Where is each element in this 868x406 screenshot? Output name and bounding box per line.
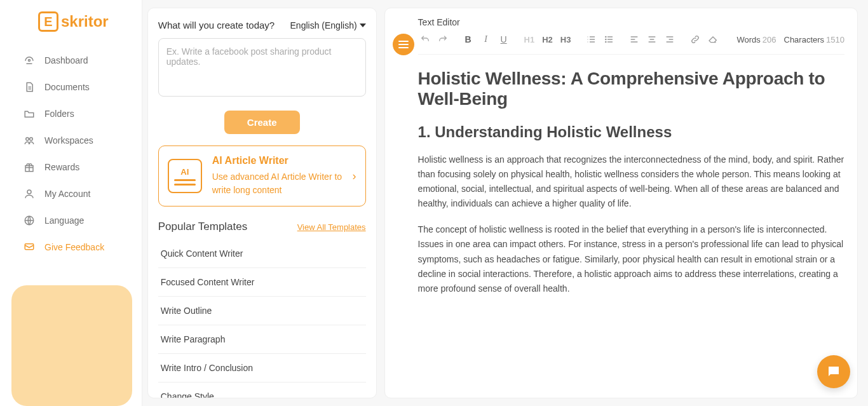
ai-writer-icon: AI [168, 159, 202, 193]
feedback-icon [23, 241, 36, 253]
sidebar-item-label: Rewards [44, 162, 79, 172]
template-item[interactable]: Quick Content Writer [158, 240, 366, 268]
template-item[interactable]: Write Paragraph [158, 325, 366, 354]
svg-point-1 [30, 138, 33, 141]
create-button[interactable]: Create [224, 111, 300, 134]
h2-button[interactable]: H2 [540, 32, 555, 46]
template-item[interactable]: Change Style [158, 382, 366, 398]
sidebar-item-label: Workspaces [44, 135, 93, 145]
chars-value: 1510 [826, 35, 844, 44]
document-title[interactable]: Holistic Wellness: A Comprehensive Appro… [418, 69, 844, 109]
bold-button[interactable]: B [461, 32, 475, 46]
language-value: English (English) [290, 20, 357, 30]
bullet-list-button[interactable] [602, 32, 616, 46]
sidebar-item-my-account[interactable]: My Account [0, 180, 142, 207]
document-paragraph[interactable]: Holistic wellness is an approach that re… [418, 152, 844, 211]
caret-down-icon [360, 24, 366, 27]
align-center-button[interactable] [645, 32, 659, 46]
words-label: Words [736, 35, 760, 44]
gift-icon [23, 161, 36, 173]
chars-label: Characters [784, 35, 825, 44]
document-icon [23, 81, 36, 93]
editor-menu-button[interactable] [393, 34, 414, 55]
svg-point-6 [606, 36, 606, 37]
ai-writer-desc: Use advanced AI Article Writer to write … [212, 170, 342, 197]
create-panel: What will you create today? English (Eng… [147, 8, 377, 398]
sidebar-item-label: Language [44, 215, 84, 226]
link-button[interactable] [688, 32, 702, 46]
sidebar-item-workspaces[interactable]: Workspaces [0, 127, 142, 154]
menu-icon [398, 41, 409, 48]
editor-panel: Text Editor B I U H1 H2 H3 [384, 8, 858, 398]
language-select[interactable]: English (English) [290, 20, 366, 30]
editor-toolbar: B I U H1 H2 H3 [418, 32, 844, 55]
align-left-button[interactable] [627, 32, 641, 46]
brand-mark: E [38, 11, 58, 32]
popular-templates-title: Popular Templates [158, 220, 248, 233]
view-all-templates-link[interactable]: View All Templates [297, 222, 366, 232]
word-char-counts: Words206 Characters1510 [736, 35, 844, 44]
svg-point-3 [27, 190, 31, 194]
ai-article-writer-card[interactable]: AI AI Article Writer Use advanced AI Art… [158, 145, 366, 206]
svg-point-8 [606, 41, 606, 42]
h3-button[interactable]: H3 [559, 32, 573, 46]
sidebar-item-folders[interactable]: Folders [0, 100, 142, 127]
h1-button[interactable]: H1 [522, 32, 537, 46]
sidebar-item-language[interactable]: Language [0, 207, 142, 234]
sidebar-item-label: Documents [44, 82, 90, 92]
align-right-button[interactable] [663, 32, 677, 46]
gauge-icon [23, 55, 36, 66]
template-list: Quick Content Writer Focused Content Wri… [158, 240, 366, 398]
template-item[interactable]: Write Outline [158, 297, 366, 325]
sidebar-item-label: Dashboard [44, 55, 88, 65]
sidebar-decoration [11, 285, 132, 406]
editor-label: Text Editor [418, 17, 844, 27]
folder-icon [23, 108, 36, 119]
sidebar-item-give-feedback[interactable]: Give Feedback [0, 234, 142, 261]
sidebar-item-label: Folders [44, 109, 74, 119]
sidebar-item-label: My Account [44, 189, 90, 199]
italic-button[interactable]: I [479, 32, 493, 46]
sidebar-nav: Dashboard Documents Folders Workspaces R… [0, 47, 142, 261]
globe-icon [23, 215, 36, 226]
sidebar: E skritor Dashboard Documents Folders W [0, 0, 142, 406]
sidebar-item-rewards[interactable]: Rewards [0, 154, 142, 180]
prompt-label: What will you create today? [158, 20, 275, 30]
words-value: 206 [763, 35, 776, 44]
document-heading[interactable]: 1. Understanding Holistic Wellness [418, 123, 844, 141]
document-paragraph[interactable]: The concept of holistic wellness is root… [418, 222, 844, 295]
chat-icon [826, 364, 841, 379]
users-icon [23, 135, 36, 146]
brand-name: skritor [61, 13, 109, 30]
sidebar-item-dashboard[interactable]: Dashboard [0, 47, 142, 74]
svg-point-0 [26, 138, 29, 141]
template-item[interactable]: Focused Content Writer [158, 268, 366, 297]
ai-icon-text: AI [180, 167, 189, 177]
svg-rect-5 [25, 244, 34, 250]
sidebar-item-documents[interactable]: Documents [0, 74, 142, 100]
chat-support-button[interactable] [817, 355, 850, 388]
redo-button[interactable] [436, 32, 450, 46]
sidebar-item-label: Give Feedback [44, 242, 104, 252]
underline-button[interactable]: U [497, 32, 511, 46]
brand-logo[interactable]: E skritor [0, 11, 142, 32]
prompt-input[interactable] [158, 38, 366, 97]
user-icon [23, 188, 36, 200]
template-item[interactable]: Write Intro / Conclusion [158, 354, 366, 382]
svg-point-7 [606, 39, 606, 39]
ai-writer-title: AI Article Writer [212, 155, 342, 166]
numbered-list-button[interactable] [584, 32, 598, 46]
undo-button[interactable] [418, 32, 432, 46]
chevron-right-icon: › [353, 170, 356, 183]
eraser-button[interactable] [706, 32, 720, 46]
